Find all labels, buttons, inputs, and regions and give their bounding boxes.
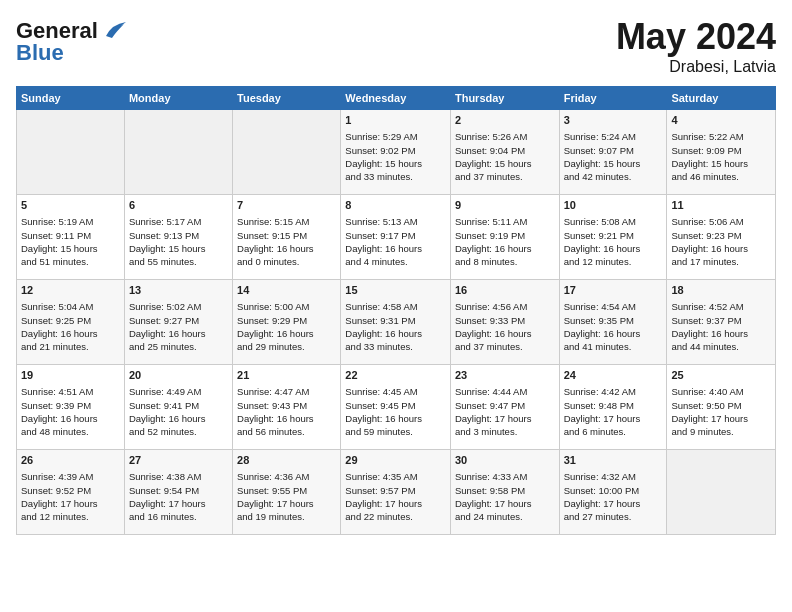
day-info-line: Sunrise: 5:02 AM xyxy=(129,300,228,313)
calendar: Sunday Monday Tuesday Wednesday Thursday… xyxy=(16,86,776,535)
day-info-line: Daylight: 15 hours xyxy=(21,242,120,255)
day-number: 27 xyxy=(129,453,228,468)
calendar-cell: 23Sunrise: 4:44 AMSunset: 9:47 PMDayligh… xyxy=(450,365,559,450)
month-year: May 2024 xyxy=(616,16,776,58)
day-info-line: Daylight: 16 hours xyxy=(345,242,446,255)
day-info-line: and 21 minutes. xyxy=(21,340,120,353)
day-info-line: Daylight: 16 hours xyxy=(564,327,663,340)
calendar-cell: 22Sunrise: 4:45 AMSunset: 9:45 PMDayligh… xyxy=(341,365,451,450)
day-info-line: Sunset: 9:09 PM xyxy=(671,144,771,157)
day-info-line: Sunrise: 5:06 AM xyxy=(671,215,771,228)
day-number: 19 xyxy=(21,368,120,383)
col-saturday: Saturday xyxy=(667,87,776,110)
day-number: 24 xyxy=(564,368,663,383)
day-info-line: Sunset: 10:00 PM xyxy=(564,484,663,497)
logo: General Blue xyxy=(16,16,128,66)
day-info-line: Sunrise: 5:17 AM xyxy=(129,215,228,228)
calendar-cell: 12Sunrise: 5:04 AMSunset: 9:25 PMDayligh… xyxy=(17,280,125,365)
day-info-line: and 0 minutes. xyxy=(237,255,336,268)
day-info-line: Sunrise: 5:08 AM xyxy=(564,215,663,228)
day-number: 11 xyxy=(671,198,771,213)
col-thursday: Thursday xyxy=(450,87,559,110)
logo-bird-icon xyxy=(98,16,128,46)
day-info-line: Daylight: 16 hours xyxy=(345,327,446,340)
day-info-line: and 42 minutes. xyxy=(564,170,663,183)
day-info-line: Daylight: 17 hours xyxy=(345,497,446,510)
day-info-line: Sunrise: 4:42 AM xyxy=(564,385,663,398)
day-info-line: and 22 minutes. xyxy=(345,510,446,523)
calendar-cell: 5Sunrise: 5:19 AMSunset: 9:11 PMDaylight… xyxy=(17,195,125,280)
calendar-cell: 31Sunrise: 4:32 AMSunset: 10:00 PMDaylig… xyxy=(559,450,667,535)
day-info-line: and 37 minutes. xyxy=(455,340,555,353)
day-info-line: Sunset: 9:25 PM xyxy=(21,314,120,327)
day-info-line: and 25 minutes. xyxy=(129,340,228,353)
day-info-line: Sunrise: 5:24 AM xyxy=(564,130,663,143)
day-info-line: Sunset: 9:57 PM xyxy=(345,484,446,497)
calendar-cell: 13Sunrise: 5:02 AMSunset: 9:27 PMDayligh… xyxy=(124,280,232,365)
day-info-line: and 51 minutes. xyxy=(21,255,120,268)
day-number: 12 xyxy=(21,283,120,298)
day-info-line: Sunset: 9:27 PM xyxy=(129,314,228,327)
day-info-line: Sunset: 9:47 PM xyxy=(455,399,555,412)
day-info-line: Sunrise: 5:29 AM xyxy=(345,130,446,143)
day-info-line: Sunset: 9:31 PM xyxy=(345,314,446,327)
calendar-cell: 26Sunrise: 4:39 AMSunset: 9:52 PMDayligh… xyxy=(17,450,125,535)
day-info-line: Sunrise: 5:22 AM xyxy=(671,130,771,143)
day-info-line: and 8 minutes. xyxy=(455,255,555,268)
day-info-line: Sunset: 9:45 PM xyxy=(345,399,446,412)
day-info-line: Sunrise: 4:38 AM xyxy=(129,470,228,483)
day-info-line: Sunset: 9:04 PM xyxy=(455,144,555,157)
day-info-line: Daylight: 16 hours xyxy=(129,412,228,425)
day-info-line: and 41 minutes. xyxy=(564,340,663,353)
calendar-cell: 21Sunrise: 4:47 AMSunset: 9:43 PMDayligh… xyxy=(233,365,341,450)
day-info-line: Daylight: 16 hours xyxy=(21,412,120,425)
day-info-line: Sunset: 9:37 PM xyxy=(671,314,771,327)
day-number: 18 xyxy=(671,283,771,298)
day-info-line: and 6 minutes. xyxy=(564,425,663,438)
day-info-line: Sunset: 9:17 PM xyxy=(345,229,446,242)
day-info-line: Sunrise: 4:44 AM xyxy=(455,385,555,398)
day-number: 9 xyxy=(455,198,555,213)
col-tuesday: Tuesday xyxy=(233,87,341,110)
calendar-cell: 28Sunrise: 4:36 AMSunset: 9:55 PMDayligh… xyxy=(233,450,341,535)
col-friday: Friday xyxy=(559,87,667,110)
day-info-line: and 29 minutes. xyxy=(237,340,336,353)
day-info-line: Daylight: 17 hours xyxy=(21,497,120,510)
day-info-line: and 33 minutes. xyxy=(345,170,446,183)
day-info-line: Sunrise: 5:13 AM xyxy=(345,215,446,228)
day-info-line: and 52 minutes. xyxy=(129,425,228,438)
day-info-line: Sunrise: 4:35 AM xyxy=(345,470,446,483)
day-info-line: Sunrise: 5:19 AM xyxy=(21,215,120,228)
calendar-cell: 15Sunrise: 4:58 AMSunset: 9:31 PMDayligh… xyxy=(341,280,451,365)
calendar-cell xyxy=(17,110,125,195)
day-info-line: Sunrise: 5:04 AM xyxy=(21,300,120,313)
col-monday: Monday xyxy=(124,87,232,110)
day-info-line: and 17 minutes. xyxy=(671,255,771,268)
day-number: 10 xyxy=(564,198,663,213)
calendar-cell: 3Sunrise: 5:24 AMSunset: 9:07 PMDaylight… xyxy=(559,110,667,195)
calendar-cell: 29Sunrise: 4:35 AMSunset: 9:57 PMDayligh… xyxy=(341,450,451,535)
calendar-cell xyxy=(124,110,232,195)
day-info-line: Sunset: 9:13 PM xyxy=(129,229,228,242)
day-info-line: Sunset: 9:29 PM xyxy=(237,314,336,327)
day-number: 23 xyxy=(455,368,555,383)
day-info-line: Daylight: 16 hours xyxy=(21,327,120,340)
day-info-line: Sunset: 9:43 PM xyxy=(237,399,336,412)
calendar-week-3: 19Sunrise: 4:51 AMSunset: 9:39 PMDayligh… xyxy=(17,365,776,450)
day-number: 3 xyxy=(564,113,663,128)
day-info-line: Daylight: 16 hours xyxy=(237,412,336,425)
day-info-line: Sunset: 9:33 PM xyxy=(455,314,555,327)
day-info-line: Sunset: 9:55 PM xyxy=(237,484,336,497)
day-info-line: Sunset: 9:50 PM xyxy=(671,399,771,412)
calendar-week-0: 1Sunrise: 5:29 AMSunset: 9:02 PMDaylight… xyxy=(17,110,776,195)
day-info-line: and 19 minutes. xyxy=(237,510,336,523)
day-number: 4 xyxy=(671,113,771,128)
day-info-line: Sunrise: 4:58 AM xyxy=(345,300,446,313)
day-info-line: and 27 minutes. xyxy=(564,510,663,523)
calendar-week-1: 5Sunrise: 5:19 AMSunset: 9:11 PMDaylight… xyxy=(17,195,776,280)
day-info-line: Sunset: 9:39 PM xyxy=(21,399,120,412)
day-info-line: Sunrise: 5:26 AM xyxy=(455,130,555,143)
day-info-line: Sunrise: 4:40 AM xyxy=(671,385,771,398)
calendar-cell: 18Sunrise: 4:52 AMSunset: 9:37 PMDayligh… xyxy=(667,280,776,365)
calendar-cell xyxy=(233,110,341,195)
